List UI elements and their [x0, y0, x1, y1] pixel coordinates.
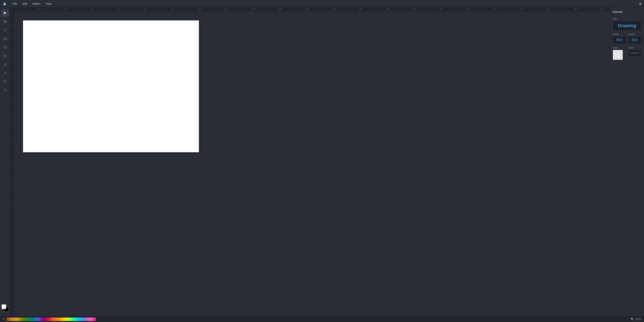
- color-label: Color: [613, 46, 626, 49]
- width-col: Width: [613, 33, 626, 44]
- svg-text:500: 500: [386, 8, 389, 10]
- sizes-value: Custom: [630, 52, 638, 54]
- menubar: File Edit Object View: [0, 0, 644, 8]
- svg-text:800: 800: [547, 8, 550, 10]
- sizes-col: Sizes Custom ▾: [628, 46, 642, 60]
- zoom-level: 100%: [635, 318, 642, 321]
- svg-text:300: 300: [279, 8, 282, 10]
- zoom-tool-button[interactable]: [1, 77, 9, 85]
- paintbucket-tool-button[interactable]: [1, 86, 9, 94]
- menu-object[interactable]: Object: [30, 1, 43, 6]
- svg-line-1: [4, 29, 6, 31]
- notification-dot: [639, 3, 642, 5]
- svg-text:-100: -100: [64, 8, 68, 10]
- main-layout: T: [0, 8, 644, 316]
- ruler-top-svg: 0 -200 -100: [10, 8, 610, 12]
- bottom-left: [2, 318, 96, 321]
- svg-rect-110: [4, 320, 5, 320]
- svg-text:900: 900: [601, 8, 604, 10]
- color-palette-strip[interactable]: [6, 318, 96, 321]
- svg-text:-200: -200: [10, 24, 11, 27]
- svg-text:650: 650: [467, 8, 470, 10]
- svg-rect-88: [10, 12, 14, 316]
- text-tool-button[interactable]: T: [1, 69, 9, 77]
- svg-point-5: [5, 64, 5, 65]
- svg-text:600: 600: [440, 8, 443, 10]
- left-toolbar: T: [0, 8, 10, 316]
- svg-text:750: 750: [520, 8, 524, 10]
- color-sizes-row: Color Sizes Custom ▾: [613, 46, 642, 60]
- ruler-top: 0 -200 -100: [10, 8, 610, 12]
- drawing-canvas[interactable]: [14, 12, 610, 316]
- zoom-icon: 🔍: [631, 318, 634, 321]
- ellipse-tool-button[interactable]: [1, 43, 9, 51]
- svg-point-8: [4, 80, 6, 82]
- svg-text:200: 200: [225, 8, 228, 10]
- svg-rect-109: [3, 318, 4, 319]
- title-input[interactable]: [613, 21, 642, 30]
- svg-text:550: 550: [413, 8, 416, 10]
- svg-text:-200: -200: [38, 8, 41, 10]
- svg-text:50: 50: [145, 8, 147, 10]
- canvas-panel-title: Canvas: [613, 10, 642, 13]
- svg-text:350: 350: [306, 8, 309, 10]
- svg-text:400: 400: [333, 8, 336, 10]
- rect-tool-button[interactable]: [1, 35, 9, 42]
- color-swatches[interactable]: [1, 304, 9, 312]
- height-col: Height: [628, 33, 642, 44]
- svg-text:450: 450: [360, 8, 362, 10]
- svg-rect-2: [4, 38, 6, 39]
- svg-text:-100: -100: [10, 49, 11, 52]
- menu-view[interactable]: View: [43, 1, 54, 6]
- svg-text:700: 700: [494, 8, 497, 10]
- menu-edit[interactable]: Edit: [20, 1, 30, 6]
- bottom-bar: 🔍 100%: [0, 316, 644, 322]
- height-label: Height: [628, 33, 642, 35]
- svg-text:-50: -50: [91, 8, 94, 10]
- zoom-control: 🔍 100%: [631, 318, 642, 321]
- svg-point-3: [4, 46, 6, 48]
- right-panel: Canvas Title Width Height Color Size: [610, 8, 644, 316]
- height-input[interactable]: [628, 36, 642, 44]
- node-tool-button[interactable]: [1, 18, 9, 25]
- svg-point-0: [6, 21, 6, 22]
- svg-text:850: 850: [574, 8, 577, 10]
- pen-tool-button[interactable]: [1, 60, 9, 68]
- sizes-label: Sizes: [628, 46, 642, 49]
- ruler-left: -200 -150 -100: [10, 12, 14, 316]
- svg-line-9: [6, 82, 6, 83]
- title-label: Title: [613, 18, 642, 20]
- menu-file[interactable]: File: [10, 1, 20, 6]
- svg-text:100: 100: [172, 8, 175, 10]
- width-label: Width: [613, 33, 626, 35]
- app-logo: [2, 1, 8, 7]
- chevron-down-icon: ▾: [638, 52, 640, 54]
- svg-text:250: 250: [252, 8, 255, 10]
- title-field-group: Title: [613, 18, 642, 30]
- canvas-with-ruler: -200 -150 -100: [10, 12, 610, 316]
- line-tool-button[interactable]: [1, 26, 9, 34]
- foreground-color-swatch[interactable]: [1, 304, 6, 309]
- ruler-left-svg: -200 -150 -100: [10, 12, 14, 316]
- color-picker[interactable]: [613, 50, 623, 60]
- color-col: Color: [613, 46, 626, 60]
- svg-point-10: [6, 90, 7, 91]
- dimensions-row: Width Height: [613, 33, 642, 44]
- canvas-area: 0 -200 -100: [10, 8, 610, 316]
- corner-indicator: [2, 318, 6, 321]
- svg-text:-150: -150: [10, 36, 11, 39]
- svg-marker-4: [4, 54, 6, 57]
- svg-text:T: T: [4, 71, 6, 74]
- svg-text:150: 150: [198, 8, 202, 10]
- select-tool-button[interactable]: [1, 9, 9, 17]
- white-canvas: [23, 20, 199, 152]
- star-tool-button[interactable]: [1, 52, 9, 60]
- sizes-dropdown[interactable]: Custom ▾: [628, 50, 642, 56]
- svg-text:0: 0: [118, 8, 119, 10]
- svg-line-6: [4, 65, 5, 66]
- width-input[interactable]: [613, 36, 626, 44]
